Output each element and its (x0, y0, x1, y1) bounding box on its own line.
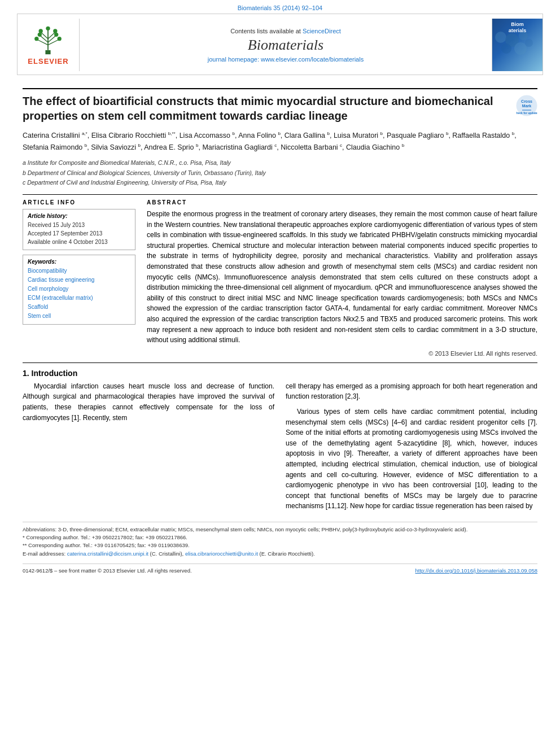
intro-two-col: Myocardial infarction causes heart muscl… (23, 381, 537, 516)
introduction-section: 1. Introduction Myocardial infarction ca… (23, 369, 537, 516)
svg-text:Mark: Mark (522, 104, 531, 108)
intro-right-para2: Various types of stem cells have cardiac… (286, 407, 537, 512)
svg-point-14 (54, 29, 58, 33)
keyword-scaffold: Scaffold (28, 303, 130, 312)
intro-col-left: Myocardial infarction causes heart muscl… (23, 381, 274, 516)
footnote-email: E-mail addresses: caterina.cristallini@d… (23, 550, 537, 558)
keyword-stem-cell: Stem cell (28, 312, 130, 321)
svg-text:Cross: Cross (521, 99, 532, 103)
history-heading: Article history: (28, 213, 130, 219)
article-info-heading: ARTICLE INFO (23, 199, 135, 206)
article-info-column: ARTICLE INFO Article history: Received 1… (23, 199, 135, 357)
article-body: The effect of bioartificial constructs t… (0, 75, 560, 582)
bottom-footer: 0142-9612/$ – see front matter © 2013 El… (23, 563, 537, 574)
sciencedirect-link[interactable]: ScienceDirect (303, 28, 341, 34)
keywords-heading: Keywords: (28, 259, 130, 265)
svg-point-12 (58, 37, 62, 41)
elsevier-brand-text: ELSEVIER (28, 57, 68, 65)
footnote-abbreviations: Abbreviations: 3-D, three-dimensional; E… (23, 526, 537, 534)
affiliation-a: a Institute for Composite and Biomedical… (23, 159, 537, 168)
email2-link[interactable]: elisa.cibrariorocchietti@unito.it (185, 551, 258, 557)
email-label: E-mail addresses: (23, 551, 65, 557)
footnote-star2: ** Corresponding author. Tel.: +39 01167… (23, 541, 537, 549)
divider-after-affiliations (23, 194, 537, 195)
svg-point-21 (525, 39, 533, 47)
copyright-line: © 2013 Elsevier Ltd. All rights reserved… (147, 350, 537, 357)
article-info-abstract: ARTICLE INFO Article history: Received 1… (23, 199, 537, 357)
abstract-heading: ABSTRACT (147, 199, 537, 206)
accepted-date: Accepted 17 September 2013 (28, 229, 130, 238)
footnote-star1: * Corresponding author. Tel.: +39 050221… (23, 534, 537, 541)
affiliation-c: c Department of Civil and Industrial Eng… (23, 178, 537, 187)
svg-point-10 (38, 33, 42, 37)
available-date: Available online 4 October 2013 (28, 238, 130, 246)
intro-left-para1: Myocardial infarction causes heart muscl… (23, 381, 274, 423)
keyword-ecm: ECM (extracellular matrix) (28, 294, 130, 303)
journal-header: ELSEVIER Contents lists available at Sci… (17, 14, 543, 75)
svg-point-20 (514, 42, 527, 55)
footnote-section: Abbreviations: 3-D, three-dimensional; E… (23, 522, 537, 558)
svg-point-11 (39, 29, 43, 33)
intro-heading: 1. Introduction (23, 369, 537, 378)
svg-point-13 (54, 33, 58, 37)
keyword-cell-morphology: Cell morphology (28, 285, 130, 294)
elsevier-logo: ELSEVIER (18, 19, 80, 71)
divider-top (23, 88, 537, 89)
journal-ref: Biomaterials 35 (2014) 92–104 (0, 0, 560, 14)
page: Biomaterials 35 (2014) 92–104 (0, 0, 560, 747)
keyword-cardiac: Cardiac tissue engineering (28, 276, 130, 285)
footer-doi-link[interactable]: http://dx.doi.org/10.1016/j.biomaterials… (415, 567, 537, 574)
bio-logo-text: Biomaterials (509, 21, 527, 34)
affiliations: a Institute for Composite and Biomedical… (23, 159, 537, 187)
footer-issn: 0142-9612/$ – see front matter © 2013 El… (23, 567, 192, 574)
article-title: The effect of bioartificial constructs t… (23, 94, 510, 123)
email1-name: (C. Cristallini), (150, 551, 184, 557)
intro-right-para1: cell therapy has emerged as a promising … (286, 381, 537, 402)
divider-after-abstract (23, 362, 537, 363)
abstract-text: Despite the enormous progress in the tre… (147, 209, 537, 346)
svg-point-9 (35, 37, 39, 41)
biomaterials-logo-right: Biomaterials (492, 19, 542, 71)
journal-homepage: journal homepage: www.elsevier.com/locat… (208, 56, 364, 63)
svg-point-19 (501, 43, 511, 54)
svg-text:check for updates: check for updates (516, 111, 537, 115)
article-history-box: Article history: Received 15 July 2013 A… (23, 209, 135, 250)
email1-link[interactable]: caterina.cristallini@diccism.unipi.it (67, 551, 148, 557)
crossmark-icon: Cross Mark check for updates (516, 95, 537, 116)
header-center: Contents lists available at ScienceDirec… (80, 19, 492, 71)
article-title-container: The effect of bioartificial constructs t… (23, 94, 537, 123)
svg-point-16 (495, 32, 506, 43)
svg-rect-0 (46, 50, 51, 54)
keywords-box: Keywords: Biocompatibility Cardiac tissu… (23, 255, 135, 325)
journal-name: Biomaterials (248, 37, 323, 54)
authors: Caterina Cristallini a,*, Elisa Cibrario… (23, 130, 537, 154)
svg-point-15 (46, 27, 50, 30)
keyword-biocompatibility: Biocompatibility (28, 267, 130, 276)
received-date: Received 15 July 2013 (28, 221, 130, 229)
affiliation-b: b Department of Clinical and Biological … (23, 169, 537, 178)
email2-name: (E. Cibrario Rocchietti). (260, 551, 315, 557)
abstract-column: ABSTRACT Despite the enormous progress i… (147, 199, 537, 357)
intro-col-right: cell therapy has emerged as a promising … (286, 381, 537, 516)
sciencedirect-line: Contents lists available at ScienceDirec… (230, 28, 341, 34)
